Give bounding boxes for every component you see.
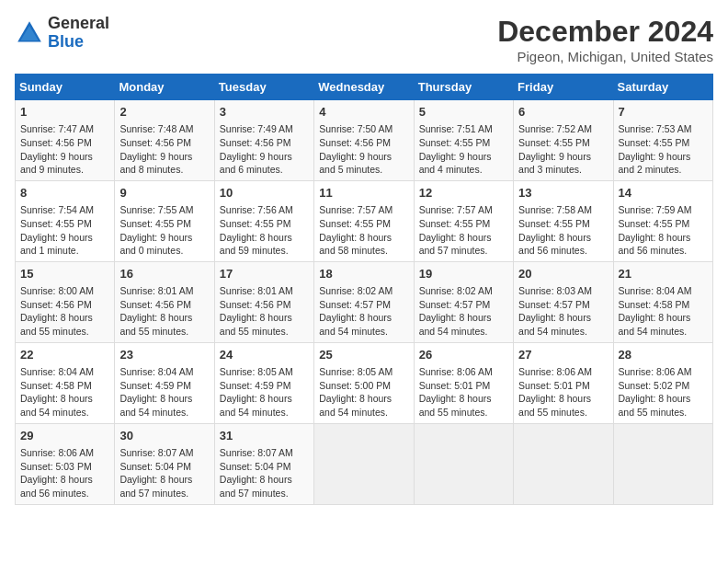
day-info: Sunrise: 8:02 AMSunset: 4:57 PMDaylight:…	[319, 284, 408, 339]
day-number: 19	[419, 266, 508, 282]
day-info: Sunrise: 8:05 AMSunset: 4:59 PMDaylight:…	[220, 365, 309, 419]
day-number: 13	[518, 185, 608, 201]
calendar-table: SundayMondayTuesdayWednesdayThursdayFrid…	[15, 74, 713, 505]
day-info: Sunrise: 8:06 AMSunset: 5:02 PMDaylight:…	[619, 365, 708, 419]
calendar-cell: 28Sunrise: 8:06 AMSunset: 5:02 PMDayligh…	[613, 342, 712, 423]
subtitle: Pigeon, Michigan, United States	[497, 49, 713, 64]
main-title: December 2024	[497, 15, 713, 49]
day-info: Sunrise: 7:57 AMSunset: 4:55 PMDaylight:…	[319, 203, 408, 258]
day-info: Sunrise: 7:57 AMSunset: 4:55 PMDaylight:…	[419, 203, 508, 258]
day-info: Sunrise: 7:56 AMSunset: 4:55 PMDaylight:…	[220, 203, 309, 258]
logo-icon	[15, 18, 44, 48]
day-number: 14	[619, 185, 708, 201]
calendar-cell: 19Sunrise: 8:02 AMSunset: 4:57 PMDayligh…	[414, 261, 513, 342]
weekday-header: Monday	[115, 75, 214, 100]
day-info: Sunrise: 7:47 AMSunset: 4:56 PMDaylight:…	[20, 122, 109, 177]
day-info: Sunrise: 8:00 AMSunset: 4:56 PMDaylight:…	[20, 284, 109, 339]
header-row: SundayMondayTuesdayWednesdayThursdayFrid…	[16, 75, 713, 100]
day-number: 5	[419, 104, 508, 121]
calendar-cell: 2Sunrise: 7:48 AMSunset: 4:56 PMDaylight…	[115, 100, 214, 181]
day-number: 22	[20, 347, 109, 363]
day-number: 1	[20, 104, 109, 121]
calendar-cell: 4Sunrise: 7:50 AMSunset: 4:56 PMDaylight…	[314, 100, 414, 181]
day-info: Sunrise: 8:06 AMSunset: 5:03 PMDaylight:…	[20, 446, 109, 500]
calendar-cell: 18Sunrise: 8:02 AMSunset: 4:57 PMDayligh…	[314, 261, 414, 342]
day-info: Sunrise: 7:59 AMSunset: 4:55 PMDaylight:…	[619, 203, 708, 258]
calendar-cell: 20Sunrise: 8:03 AMSunset: 4:57 PMDayligh…	[514, 261, 613, 342]
day-info: Sunrise: 7:55 AMSunset: 4:55 PMDaylight:…	[119, 203, 209, 258]
calendar-cell: 3Sunrise: 7:49 AMSunset: 4:56 PMDaylight…	[214, 100, 313, 181]
calendar-cell: 26Sunrise: 8:06 AMSunset: 5:01 PMDayligh…	[414, 342, 513, 423]
logo: General Blue	[15, 15, 109, 52]
day-info: Sunrise: 8:06 AMSunset: 5:01 PMDaylight:…	[419, 365, 508, 419]
day-number: 3	[220, 104, 309, 121]
weekday-header: Tuesday	[214, 75, 313, 100]
calendar-cell: 23Sunrise: 8:04 AMSunset: 4:59 PMDayligh…	[115, 342, 214, 423]
day-info: Sunrise: 8:05 AMSunset: 5:00 PMDaylight:…	[319, 365, 408, 419]
weekday-header: Thursday	[414, 75, 513, 100]
day-info: Sunrise: 7:53 AMSunset: 4:55 PMDaylight:…	[619, 122, 708, 177]
calendar-cell: 9Sunrise: 7:55 AMSunset: 4:55 PMDaylight…	[115, 180, 214, 261]
calendar-cell: 17Sunrise: 8:01 AMSunset: 4:56 PMDayligh…	[214, 261, 313, 342]
day-info: Sunrise: 8:06 AMSunset: 5:01 PMDaylight:…	[518, 365, 608, 419]
day-info: Sunrise: 7:58 AMSunset: 4:55 PMDaylight:…	[518, 203, 608, 258]
day-info: Sunrise: 8:07 AMSunset: 5:04 PMDaylight:…	[220, 446, 309, 500]
day-number: 4	[319, 104, 408, 121]
day-number: 7	[619, 104, 708, 121]
weekday-header: Wednesday	[314, 75, 414, 100]
day-number: 20	[518, 266, 608, 282]
day-number: 26	[419, 347, 508, 363]
calendar-cell: 14Sunrise: 7:59 AMSunset: 4:55 PMDayligh…	[613, 180, 712, 261]
calendar-cell: 29Sunrise: 8:06 AMSunset: 5:03 PMDayligh…	[16, 423, 115, 504]
calendar-cell: 13Sunrise: 7:58 AMSunset: 4:55 PMDayligh…	[514, 180, 613, 261]
calendar-cell: 1Sunrise: 7:47 AMSunset: 4:56 PMDaylight…	[16, 100, 115, 181]
day-number: 21	[619, 266, 708, 282]
weekday-header: Friday	[514, 75, 613, 100]
day-number: 6	[518, 104, 608, 121]
day-number: 17	[220, 266, 309, 282]
day-info: Sunrise: 8:01 AMSunset: 4:56 PMDaylight:…	[220, 284, 309, 339]
calendar-cell: 22Sunrise: 8:04 AMSunset: 4:58 PMDayligh…	[16, 342, 115, 423]
day-info: Sunrise: 7:52 AMSunset: 4:55 PMDaylight:…	[518, 122, 608, 177]
day-number: 9	[119, 185, 209, 201]
calendar-cell: 21Sunrise: 8:04 AMSunset: 4:58 PMDayligh…	[613, 261, 712, 342]
calendar-cell	[613, 423, 712, 504]
day-number: 24	[220, 347, 309, 363]
calendar-cell	[414, 423, 513, 504]
calendar-cell: 27Sunrise: 8:06 AMSunset: 5:01 PMDayligh…	[514, 342, 613, 423]
day-number: 10	[220, 185, 309, 201]
day-info: Sunrise: 8:02 AMSunset: 4:57 PMDaylight:…	[419, 284, 508, 339]
calendar-cell: 24Sunrise: 8:05 AMSunset: 4:59 PMDayligh…	[214, 342, 313, 423]
day-info: Sunrise: 8:04 AMSunset: 4:58 PMDaylight:…	[20, 365, 109, 419]
weekday-header: Sunday	[16, 75, 115, 100]
day-number: 30	[119, 428, 209, 444]
calendar-cell: 25Sunrise: 8:05 AMSunset: 5:00 PMDayligh…	[314, 342, 414, 423]
calendar-week: 1Sunrise: 7:47 AMSunset: 4:56 PMDaylight…	[16, 100, 713, 181]
calendar-cell: 5Sunrise: 7:51 AMSunset: 4:55 PMDaylight…	[414, 100, 513, 181]
day-number: 12	[419, 185, 508, 201]
day-info: Sunrise: 8:07 AMSunset: 5:04 PMDaylight:…	[119, 446, 209, 500]
calendar-cell: 10Sunrise: 7:56 AMSunset: 4:55 PMDayligh…	[214, 180, 313, 261]
day-number: 23	[119, 347, 209, 363]
day-info: Sunrise: 7:49 AMSunset: 4:56 PMDaylight:…	[220, 122, 309, 177]
calendar-week: 8Sunrise: 7:54 AMSunset: 4:55 PMDaylight…	[16, 180, 713, 261]
calendar-cell: 15Sunrise: 8:00 AMSunset: 4:56 PMDayligh…	[16, 261, 115, 342]
calendar-week: 22Sunrise: 8:04 AMSunset: 4:58 PMDayligh…	[16, 342, 713, 423]
day-info: Sunrise: 8:01 AMSunset: 4:56 PMDaylight:…	[119, 284, 209, 339]
day-number: 8	[20, 185, 109, 201]
day-number: 16	[119, 266, 209, 282]
day-info: Sunrise: 7:54 AMSunset: 4:55 PMDaylight:…	[20, 203, 109, 258]
day-info: Sunrise: 7:51 AMSunset: 4:55 PMDaylight:…	[419, 122, 508, 177]
calendar-cell: 16Sunrise: 8:01 AMSunset: 4:56 PMDayligh…	[115, 261, 214, 342]
day-info: Sunrise: 7:50 AMSunset: 4:56 PMDaylight:…	[319, 122, 408, 177]
header: General Blue December 2024 Pigeon, Michi…	[15, 15, 713, 64]
day-info: Sunrise: 7:48 AMSunset: 4:56 PMDaylight:…	[119, 122, 209, 177]
day-number: 28	[619, 347, 708, 363]
day-number: 2	[119, 104, 209, 121]
logo-text: General Blue	[48, 15, 109, 52]
calendar-cell: 6Sunrise: 7:52 AMSunset: 4:55 PMDaylight…	[514, 100, 613, 181]
calendar-cell: 12Sunrise: 7:57 AMSunset: 4:55 PMDayligh…	[414, 180, 513, 261]
calendar-cell: 31Sunrise: 8:07 AMSunset: 5:04 PMDayligh…	[214, 423, 313, 504]
day-number: 31	[220, 428, 309, 444]
weekday-header: Saturday	[613, 75, 712, 100]
